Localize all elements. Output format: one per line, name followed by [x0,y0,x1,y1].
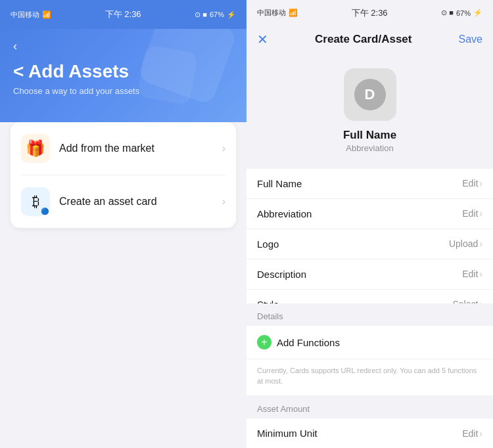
hint-text: Currently, Cards supports URL redirect o… [246,359,493,396]
carrier-right: 中国移动 [257,8,286,18]
left-content: 🎁 Add from the market › ₿ 🔵 Create an as… [0,109,246,448]
time-right: 下午 2:36 [352,7,388,19]
full-name-chevron-icon: › [479,178,482,189]
abbreviation-row[interactable]: Abbreviation Edit › [246,199,493,229]
save-button[interactable]: Save [459,34,482,45]
asset-full-name: Full Name [343,129,396,142]
wifi-right: 📶 [289,9,298,17]
page-subtitle: Choose a way to add your assets [13,86,233,96]
style-action: Select › [452,299,482,303]
status-bar-right: 中国移动 📶 下午 2:36 ⊙ ■ 67% ⚡ [246,0,493,26]
battery-icons-left: ⊙ ■ [195,11,207,19]
asset-abbreviation: Abbreviation [346,143,393,153]
back-arrow-icon: ‹ [13,39,17,53]
page-title: < Add Assets [13,61,233,82]
full-name-label: Full Name [257,178,302,189]
bolt-left: ⚡ [227,11,236,19]
status-bar-left: 中国移动 📶 下午 2:36 ⊙ ■ 67% ⚡ [0,0,246,29]
create-asset-item[interactable]: ₿ 🔵 Create an asset card › [21,175,225,228]
details-header-text: Details [257,311,283,321]
asset-icon-box[interactable]: D [344,68,396,121]
logo-chevron-icon: › [479,238,482,249]
add-functions-row[interactable]: + Add Functions [246,326,493,359]
description-label: Description [257,269,306,280]
description-action: Edit › [462,269,482,279]
logo-action: Upload › [449,238,482,249]
nav-title: Create Card/Asset [315,33,411,46]
market-chevron-icon: › [222,143,225,154]
add-functions-label: Add Functions [277,337,340,348]
create-icon: ₿ 🔵 [21,187,50,216]
style-row[interactable]: Style Select › [246,290,493,304]
wifi-left: 📶 [42,11,51,19]
battery-icons-right: ⊙ ■ [441,9,454,17]
abbreviation-label: Abbreviation [257,208,312,219]
time-left: 下午 2:36 [105,9,141,20]
bolt-right: ⚡ [473,9,482,17]
signal-left: 中国移动 📶 [11,10,51,20]
back-button[interactable]: ‹ [13,39,233,53]
nav-bar: ✕ Create Card/Asset Save [246,26,493,55]
menu-card: 🎁 Add from the market › ₿ 🔵 Create an as… [11,122,236,228]
asset-icon: D [354,79,386,110]
form-section: Full Name Edit › Abbreviation Edit › Log… [246,169,493,304]
minimum-unit-label: Minimum Unit [257,428,317,439]
style-label: Style [257,299,279,304]
add-functions-icon: + [257,335,271,349]
create-label: Create an asset card [59,196,213,208]
create-chevron-icon: › [222,196,225,208]
details-section-header: Details [246,303,493,326]
right-panel: 中国移动 📶 下午 2:36 ⊙ ■ 67% ⚡ ✕ Create Card/A… [246,0,493,448]
full-name-action: Edit › [462,178,482,189]
style-chevron-icon: › [479,299,482,303]
abbreviation-action: Edit › [462,208,482,219]
asset-amount-text: Asset Amount [257,404,310,414]
minimum-unit-chevron-icon: › [479,428,482,439]
battery-left: ⊙ ■ 67% ⚡ [195,11,236,19]
minimum-unit-action: Edit › [462,428,482,439]
add-from-market-item[interactable]: 🎁 Add from the market › [21,122,225,175]
battery-pct-right: 67% [456,9,471,17]
minimum-unit-row[interactable]: Minimum Unit Edit › [246,418,493,448]
market-label: Add from the market [59,143,213,154]
abbreviation-chevron-icon: › [479,208,482,219]
signal-right: 中国移动 📶 [257,8,298,18]
full-name-row[interactable]: Full Name Edit › [246,169,493,199]
battery-right: ⊙ ■ 67% ⚡ [441,9,482,17]
asset-amount-header: Asset Amount [246,396,493,418]
close-button[interactable]: ✕ [257,32,268,47]
carrier-left: 中国移动 [11,10,39,20]
market-icon: 🎁 [21,134,50,163]
description-row[interactable]: Description Edit › [246,259,493,290]
asset-preview: D Full Name Abbreviation [246,55,493,169]
logo-label: Logo [257,238,279,250]
battery-pct-left: 67% [210,11,224,18]
left-header: ‹ < Add Assets Choose a way to add your … [0,29,246,122]
description-chevron-icon: › [479,269,482,279]
logo-row[interactable]: Logo Upload › [246,229,493,259]
left-panel: 中国移动 📶 下午 2:36 ⊙ ■ 67% ⚡ ‹ < Add Assets … [0,0,246,448]
